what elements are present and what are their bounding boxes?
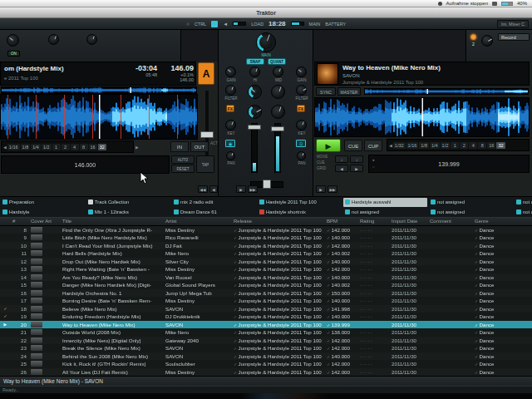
favorite-item[interactable]: Hardstyle	[1, 208, 85, 217]
loop-size-button[interactable]: 8	[478, 142, 486, 149]
column-header[interactable]: Comment	[428, 218, 473, 225]
deck-b-waveform[interactable]	[314, 97, 530, 137]
loop-size-button[interactable]: 1/16	[7, 144, 20, 150]
fx-assign-button-b[interactable]: FX	[297, 105, 305, 112]
deck-a-letter[interactable]: A	[198, 62, 214, 85]
loop-size-button[interactable]: 16	[89, 144, 97, 150]
channel-fader-b-handle[interactable]	[271, 126, 284, 131]
loop-size-button[interactable]: 1/16	[406, 142, 419, 149]
loop-right-arrow-icon[interactable]: ▶	[135, 145, 139, 150]
deck-b-play-button[interactable]: ▶	[316, 139, 341, 152]
deck-a-auto-button[interactable]: AUTO	[171, 155, 195, 164]
deck-a-loop-out-button[interactable]: OUT	[190, 141, 209, 152]
deck-b-cup-button[interactable]: CUP	[364, 140, 382, 151]
loop-size-button[interactable]: 1/32	[393, 142, 406, 149]
record-gain-knob[interactable]	[481, 35, 493, 47]
favorite-item[interactable]: not assigned	[515, 208, 532, 217]
loop-size-button[interactable]: 1/8	[21, 144, 31, 150]
loop-size-button[interactable]: 32	[98, 144, 106, 150]
mixer-config-selector[interactable]: Int. Mixer C	[497, 20, 529, 28]
column-header[interactable]: Release	[232, 218, 325, 225]
snap-button[interactable]: SNAP	[246, 58, 264, 65]
loop-size-button[interactable]: 8	[80, 144, 88, 150]
loop-size-button[interactable]: 2	[460, 142, 468, 149]
browser-prev-button[interactable]: ▶	[236, 185, 246, 193]
deck-a-stripe-overview[interactable]	[1, 86, 197, 94]
table-row[interactable]: 21 Outside World (2008 Mix) Mike Nero Ju…	[0, 328, 532, 337]
favorite-item[interactable]: not assigned	[343, 208, 427, 217]
headphone-cue-button-b[interactable]: Ω	[296, 140, 306, 147]
favorite-item[interactable]: mix 2 radio edit	[172, 198, 256, 207]
favorite-item[interactable]: Preparation	[1, 198, 85, 207]
menu-item-stop-recording[interactable]: Aufnahme stoppen	[446, 1, 488, 6]
loop-size-button[interactable]: 4	[71, 144, 79, 150]
column-header[interactable]: Artist	[164, 218, 232, 225]
column-header[interactable]: BPM	[325, 218, 358, 225]
loop-size-button[interactable]: 1/4	[31, 144, 41, 150]
table-row[interactable]: 8 Find the Only One (Xtra J Jumpstyle R-…	[0, 226, 532, 234]
channel-fader-a-handle[interactable]	[248, 125, 261, 130]
fx-on-button[interactable]: ON	[7, 51, 20, 57]
eq-mid-knob-a[interactable]	[248, 85, 262, 99]
favorite-item[interactable]: Mix 1 - 12tracks	[86, 208, 170, 217]
column-header[interactable]: #	[11, 218, 29, 225]
gain-knob-a[interactable]	[225, 66, 236, 77]
eq-mid-knob-b[interactable]	[271, 85, 285, 99]
table-row[interactable]: 10 I Can't Read Your Mind (Jumpstyle Mix…	[0, 242, 532, 250]
monitor-cue-button-a[interactable]: ▣	[225, 140, 235, 147]
table-row[interactable]: 15 Danger (Mike Nero Hardtek Mix) [Digit…	[0, 281, 532, 289]
deck-a-loop-in-button[interactable]: IN	[170, 141, 189, 152]
loop-size-button[interactable]: 4	[469, 142, 477, 149]
pan-knob-a[interactable]	[226, 151, 235, 160]
main-volume-knob[interactable]	[256, 32, 276, 52]
favorite-item[interactable]: not assigned	[429, 198, 513, 207]
deck-a-tempo-fader-handle[interactable]	[200, 131, 214, 138]
deck-b-seek-fwd-button[interactable]: ▶▶	[328, 185, 337, 193]
loop-size-button[interactable]: 2	[62, 144, 70, 150]
deck-b-move-back-button[interactable]: ♪	[335, 155, 348, 163]
window-title-bar[interactable]: Traktor	[0, 7, 532, 18]
grid-lock-icon[interactable]: ●	[372, 159, 375, 163]
table-row[interactable]: ✓ 19 Enduring Freedom (Hardstyle Mix) DJ…	[0, 313, 532, 321]
table-row[interactable]: ✓ 18 Believe (Mike Nero Mix) SAVON Jumps…	[0, 305, 532, 313]
channel-fader-a[interactable]	[251, 123, 258, 173]
loop-left-arrow-icon[interactable]: ◀	[389, 143, 392, 148]
table-row[interactable]: 25 Kick it, Rock it! (GTH Rockin' Remix)…	[0, 360, 532, 368]
loop-size-button[interactable]: 32	[496, 142, 505, 149]
loop-size-button[interactable]: 16	[487, 142, 495, 149]
loop-size-button[interactable]: 1	[52, 144, 61, 150]
crossfader-handle[interactable]	[263, 180, 271, 189]
filter-knob-a[interactable]	[225, 85, 236, 96]
table-row[interactable]: 13 Right Here Waiting (Bate 'n' Bassken …	[0, 265, 532, 273]
deck-a-reset-button[interactable]: RESET	[171, 165, 195, 173]
table-row[interactable]: 14 Are You Ready? (Mike Nero Mix) Van Ro…	[0, 273, 532, 282]
eq-low-knob-a[interactable]	[248, 105, 262, 119]
favorite-item[interactable]: Dream Dance 61	[172, 208, 256, 217]
table-row[interactable]: 16 Hardstyle Orchestra No. 1 Jump Up! Me…	[0, 289, 532, 298]
loop-size-button[interactable]: 1/2	[42, 144, 52, 150]
favorite-item[interactable]: Hardstyle 2011 Top 100	[258, 198, 342, 207]
favorite-item[interactable]: Track Collection	[86, 198, 170, 207]
loop-size-button[interactable]: 1/8	[419, 142, 429, 149]
key-knob-b[interactable]	[296, 120, 307, 131]
fx-knob-2[interactable]	[48, 34, 59, 45]
deck-a-step-back-button[interactable]: ◀	[209, 185, 218, 193]
menu-status-icon[interactable]	[492, 2, 497, 6]
favorite-item[interactable]: not assigned	[429, 208, 513, 217]
table-row[interactable]: 9 Little Bitch (Mike Nero Hardstyle Mix)…	[0, 234, 532, 242]
table-row[interactable]: 12 Drop Out (Mike Nero Hardtek Mix) Silv…	[0, 258, 532, 266]
fx-assign-button-a[interactable]: FX	[226, 105, 234, 112]
eq-hi-knob-b[interactable]	[273, 66, 283, 77]
fx-knob-1[interactable]	[7, 34, 19, 47]
record-button[interactable]: Record	[498, 33, 530, 41]
record-led-icon[interactable]	[470, 34, 476, 40]
deck-a-tap-button[interactable]: TAP	[196, 155, 214, 173]
column-header[interactable]: Rating	[358, 218, 390, 225]
column-header[interactable]: Title	[61, 218, 164, 225]
fx-knob-3[interactable]	[86, 34, 97, 45]
pan-knob-b[interactable]	[297, 151, 306, 160]
column-header[interactable]: Import Date	[390, 218, 428, 225]
deck-b-grid-right-button[interactable]: ▶	[350, 165, 363, 172]
deck-b-grid-left-button[interactable]: ◀	[335, 165, 348, 172]
loop-size-button[interactable]: 1/4	[430, 142, 440, 149]
